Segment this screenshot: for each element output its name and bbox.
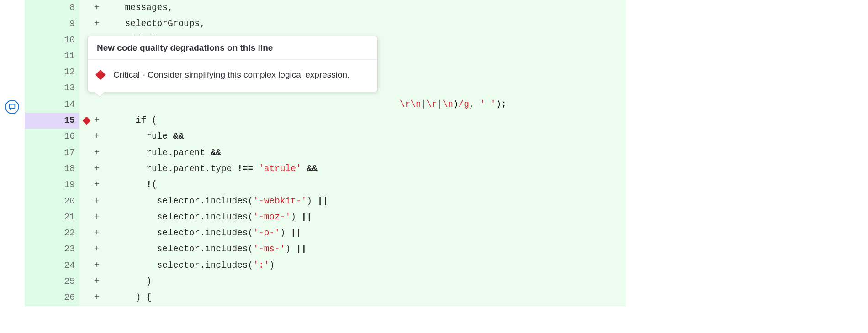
gutter-old [25,274,52,290]
diff-sign: + [93,161,114,177]
diff-sign-column: + [79,290,114,306]
line-number-new[interactable]: 19 [52,177,79,193]
gutter-old [25,64,52,80]
diff-row[interactable]: 23+ selector.includes('-ms-') || [25,241,626,257]
line-number-new[interactable]: 11 [52,48,79,64]
gutter-old [25,16,52,32]
diff-sign: + [93,225,114,241]
diff-row[interactable]: 22+ selector.includes('-o-') || [25,225,626,241]
diff-sign-column: + [79,113,114,129]
gutter-old [25,97,52,113]
add-comment-button[interactable] [5,100,19,114]
code-quality-marker-icon[interactable] [82,117,90,125]
diff-sign: + [93,129,114,145]
gutter-old [25,161,52,177]
diff-row[interactable]: 15+ if ( [25,113,626,129]
diff-row[interactable]: 25+ ) [25,274,626,290]
diff-sign-column: + [79,0,114,16]
line-number-new[interactable]: 10 [52,32,79,48]
diff-sign-column: + [79,177,114,193]
code-content[interactable]: ) [114,274,626,290]
diff-row[interactable]: 26+ ) { [25,290,626,306]
gutter-old [25,48,52,64]
gutter-old [25,193,52,209]
code-content[interactable]: selector.includes('-ms-') || [114,241,626,257]
gutter-old [25,209,52,225]
line-number-new[interactable]: 26 [52,290,79,306]
line-number-new[interactable]: 18 [52,161,79,177]
diff-sign-column: + [79,16,114,32]
line-number-new[interactable]: 21 [52,209,79,225]
diff-sign-column: + [79,145,114,161]
diff-sign-column: + [79,258,114,274]
code-content[interactable]: !( [114,177,626,193]
code-content[interactable]: selectorGroups, [114,16,626,32]
diff-row[interactable]: 14 [25,97,626,113]
diff-sign-column: + [79,241,114,257]
diff-row[interactable]: 20+ selector.includes('-webkit-') || [25,193,626,209]
code-content[interactable]: selector.includes('-o-') || [114,225,626,241]
diff-row[interactable]: 21+ selector.includes('-moz-') || [25,209,626,225]
code-content[interactable]: selector.includes('-webkit-') || [114,193,626,209]
gutter-old [25,32,52,48]
diff-row[interactable]: 18+ rule.parent.type !== 'atrule' && [25,161,626,177]
tooltip-body: Critical - Consider simplifying this com… [88,60,377,92]
line-number-new[interactable]: 13 [52,80,79,96]
diff-row[interactable]: 16+ rule && [25,129,626,145]
gutter-old [25,177,52,193]
line-number-new[interactable]: 24 [52,258,79,274]
diff-row[interactable]: 19+ !( [25,177,626,193]
gutter-old [25,241,52,257]
diff-row[interactable]: 24+ selector.includes(':') [25,258,626,274]
gutter-old [25,258,52,274]
line-number-new[interactable]: 20 [52,193,79,209]
code-content[interactable]: rule.parent.type !== 'atrule' && [114,161,626,177]
diff-sign: + [93,177,114,193]
side-rail [0,0,25,333]
gutter-old [25,0,52,16]
line-number-new[interactable]: 16 [52,129,79,145]
code-content[interactable]: rule && [114,129,626,145]
diff-sign: + [93,290,114,306]
diff-sign: + [93,258,114,274]
diff-row[interactable]: 8+ messages, [25,0,626,16]
line-number-new[interactable]: 12 [52,64,79,80]
code-content[interactable]: messages, [114,0,626,16]
diff-sign-column: + [79,209,114,225]
gutter-old [25,225,52,241]
diff-row[interactable]: 17+ rule.parent && [25,145,626,161]
line-number-new[interactable]: 14 [52,97,79,113]
severity-critical-icon [95,70,106,80]
diff-row[interactable]: 9+ selectorGroups, [25,16,626,32]
peeking-code-fragment: \r\n|\r|\n)/g, ' '); [378,81,507,97]
line-number-new[interactable]: 17 [52,145,79,161]
tooltip-title: New code quality degradations on this li… [88,36,377,60]
diff-sign: + [93,16,114,32]
diff-sign-column: + [79,225,114,241]
tooltip-message: Critical - Consider simplifying this com… [113,70,349,80]
diff-sign: + [93,113,114,129]
diff-sign-column: + [79,274,114,290]
line-number-new[interactable]: 25 [52,274,79,290]
diff-sign-column: + [79,129,114,145]
diff-viewport: 8+ messages,9+ selectorGroups,10+ addSel… [0,0,868,333]
code-content[interactable]: rule.parent && [114,145,626,161]
code-quality-tooltip: New code quality degradations on this li… [87,36,378,92]
code-content[interactable]: selector.includes('-moz-') || [114,209,626,225]
line-number-new[interactable]: 23 [52,241,79,257]
diff-sign-column: + [79,193,114,209]
code-content[interactable]: selector.includes(':') [114,258,626,274]
line-number-new[interactable]: 8 [52,0,79,16]
diff-sign: + [93,145,114,161]
line-number-new[interactable]: 15 [52,113,79,129]
code-content[interactable]: ) { [114,290,626,306]
line-number-new[interactable]: 22 [52,225,79,241]
code-content[interactable] [114,97,626,113]
code-content[interactable]: if ( [114,113,626,129]
line-number-new[interactable]: 9 [52,16,79,32]
gutter-old [25,290,52,306]
diff-sign-column [79,97,114,113]
diff-sign: + [93,274,114,290]
diff-sign: + [93,193,114,209]
gutter-old [25,145,52,161]
